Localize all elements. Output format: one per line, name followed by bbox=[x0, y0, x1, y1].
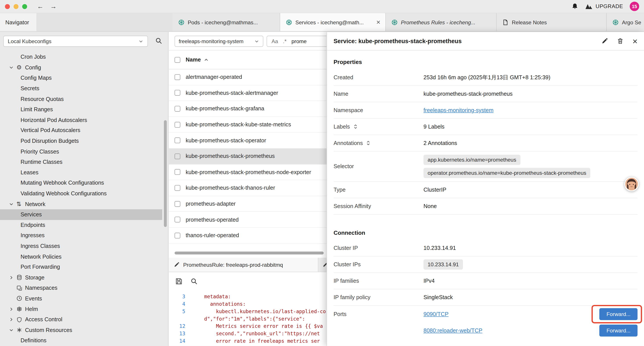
sidebar-item[interactable]: Port Forwarding bbox=[0, 262, 162, 272]
search-icon[interactable] bbox=[155, 37, 162, 44]
horizontal-scrollbar[interactable] bbox=[174, 252, 324, 255]
tab-close-icon[interactable]: × bbox=[376, 19, 381, 26]
sidebar-item[interactable]: Priority Classes bbox=[0, 146, 162, 157]
sidebar-item[interactable]: Vertical Pod Autoscalers bbox=[0, 125, 162, 136]
back-button[interactable]: ← bbox=[37, 3, 44, 10]
sidebar-item[interactable]: Mutating Webhook Configurations bbox=[0, 178, 162, 188]
sidebar-item[interactable]: Cron Jobs bbox=[0, 52, 162, 62]
port-link[interactable]: 9090/TCP bbox=[424, 311, 448, 317]
row-checkbox[interactable] bbox=[174, 122, 180, 127]
match-case-toggle[interactable]: Aa bbox=[272, 38, 278, 44]
close-window-button[interactable] bbox=[5, 4, 10, 9]
chevron-right-icon[interactable] bbox=[9, 307, 16, 311]
sidebar-item[interactable]: Horizontal Pod Autoscalers bbox=[0, 115, 162, 125]
sidebar-item-label: Cron Jobs bbox=[20, 54, 46, 60]
row-checkbox[interactable] bbox=[174, 169, 180, 175]
namespaces-icon bbox=[16, 285, 25, 291]
sidebar-item[interactable]: Leases bbox=[0, 167, 162, 178]
namespace-selector[interactable]: freeleaps-monitoring-system bbox=[174, 36, 263, 47]
sidebar-scrollbar[interactable] bbox=[164, 120, 167, 227]
notifications-bell-icon[interactable] bbox=[572, 3, 578, 10]
kubernetes-icon bbox=[178, 19, 184, 25]
kubeconfig-selector[interactable]: Local Kubeconfigs bbox=[3, 36, 148, 47]
namespace-link[interactable]: freeleaps-monitoring-system bbox=[424, 107, 494, 113]
editor-tab[interactable]: Pods - icecheng@mathmas... bbox=[172, 13, 280, 31]
sidebar-item[interactable]: ⚙Config bbox=[0, 62, 162, 73]
chevron-down-icon[interactable] bbox=[9, 328, 16, 333]
sidebar-item-label: Resource Quotas bbox=[20, 96, 64, 102]
editor-tab[interactable]: Argo Se bbox=[607, 13, 644, 31]
sidebar-item-label: Helm bbox=[25, 306, 38, 312]
line-code: second.","runbook_url":"https://net bbox=[185, 330, 320, 338]
row-checkbox[interactable] bbox=[174, 90, 180, 96]
kubeconfig-selector-value: Local Kubeconfigs bbox=[8, 38, 52, 44]
row-checkbox[interactable] bbox=[174, 201, 180, 207]
sidebar-item[interactable]: Network Policies bbox=[0, 251, 162, 262]
name-header-label: Name bbox=[186, 57, 201, 63]
row-checkbox[interactable] bbox=[174, 74, 180, 80]
minimize-window-button[interactable] bbox=[14, 4, 18, 9]
sidebar-item[interactable]: Runtime Classes bbox=[0, 157, 162, 167]
select-all-checkbox[interactable] bbox=[174, 57, 180, 63]
row-checkbox[interactable] bbox=[174, 233, 180, 238]
zoom-window-button[interactable] bbox=[22, 4, 27, 9]
chevron-right-icon[interactable] bbox=[9, 275, 16, 280]
editor-tab[interactable]: Prometheus Rules - icecheng... bbox=[386, 13, 497, 31]
detail-row: Labels9 Labels bbox=[334, 119, 638, 135]
unfold-icon[interactable] bbox=[366, 140, 371, 146]
sidebar-item[interactable]: Resource Quotas bbox=[0, 94, 162, 104]
port-row: 8080:reloader-web/TCPForward... bbox=[424, 322, 638, 339]
sidebar-item[interactable]: Helm bbox=[0, 304, 162, 314]
notification-count-badge[interactable]: 15 bbox=[630, 1, 639, 11]
upgrade-button[interactable]: UPGRADE bbox=[585, 3, 623, 9]
unfold-icon[interactable] bbox=[353, 124, 358, 129]
editor-tab[interactable]: Services - icecheng@math...× bbox=[280, 13, 386, 31]
sidebar-item-label: Definitions bbox=[20, 338, 46, 344]
save-button[interactable] bbox=[175, 278, 182, 285]
chevron-down-icon[interactable] bbox=[9, 201, 16, 206]
regex-toggle[interactable]: .* bbox=[283, 38, 286, 44]
sidebar-item[interactable]: Secrets bbox=[0, 83, 162, 94]
chevron-down-icon[interactable] bbox=[9, 65, 16, 70]
row-checkbox[interactable] bbox=[174, 185, 180, 191]
sidebar-item[interactable]: Ingress Classes bbox=[0, 241, 162, 251]
row-checkbox[interactable] bbox=[174, 137, 180, 143]
sidebar-item[interactable]: Definitions bbox=[0, 335, 162, 346]
name-column-header[interactable]: Name bbox=[186, 57, 209, 63]
port-link[interactable]: 8080:reloader-web/TCP bbox=[424, 327, 482, 334]
sidebar-item[interactable]: Config Maps bbox=[0, 73, 162, 83]
forward-button[interactable]: Forward... bbox=[600, 324, 638, 336]
sidebar-item[interactable]: Custom Resources bbox=[0, 325, 162, 335]
sidebar-item[interactable]: Storage bbox=[0, 272, 162, 283]
sidebar-item[interactable]: Ingresses bbox=[0, 230, 162, 241]
drawer-header: Service: kube-prometheus-stack-prometheu… bbox=[327, 32, 644, 50]
editor-tab[interactable]: Release Notes bbox=[497, 13, 607, 31]
sidebar-item[interactable]: Limit Ranges bbox=[0, 104, 162, 115]
detail-row: Session AffinityNone bbox=[334, 198, 638, 215]
sidebar-item[interactable]: Events bbox=[0, 293, 162, 304]
assistant-avatar[interactable] bbox=[624, 177, 639, 191]
sidebar-item[interactable]: Validating Webhook Configurations bbox=[0, 188, 162, 199]
row-checkbox[interactable] bbox=[174, 106, 180, 111]
forward-button[interactable]: → bbox=[50, 3, 57, 10]
shield-icon bbox=[16, 317, 25, 322]
details-drawer: Service: kube-prometheus-stack-prometheu… bbox=[326, 32, 644, 346]
dock-tab-prometheusrule[interactable]: PrometheusRule: freeleaps-prod-rabbitmq bbox=[169, 258, 318, 272]
sidebar-item[interactable]: Services bbox=[0, 209, 162, 220]
sidebar-item[interactable]: Access Control bbox=[0, 314, 162, 325]
row-checkbox[interactable] bbox=[174, 153, 180, 159]
sidebar-item[interactable]: ⇅Network bbox=[0, 199, 162, 209]
editor-search-button[interactable] bbox=[191, 278, 198, 285]
sidebar-item[interactable]: Pod Disruption Budgets bbox=[0, 136, 162, 146]
chevron-right-icon[interactable] bbox=[9, 317, 16, 322]
row-checkbox[interactable] bbox=[174, 217, 180, 223]
forward-button[interactable]: Forward... bbox=[600, 308, 638, 320]
sidebar-item[interactable]: Endpoints bbox=[0, 220, 162, 230]
navigator-tab[interactable]: Navigator bbox=[0, 13, 37, 31]
delete-button[interactable] bbox=[617, 38, 624, 44]
edit-button[interactable] bbox=[601, 38, 608, 44]
close-icon[interactable]: × bbox=[632, 37, 638, 45]
detail-label: Labels bbox=[334, 123, 424, 130]
sidebar-item-label: Horizontal Pod Autoscalers bbox=[20, 117, 87, 123]
sidebar-item[interactable]: Namespaces bbox=[0, 283, 162, 293]
